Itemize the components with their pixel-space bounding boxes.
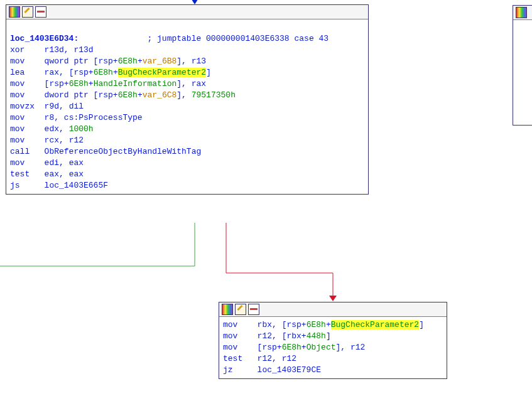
node-toolbar — [513, 6, 532, 20]
incoming-arrow-icon — [190, 0, 199, 4]
asm-line[interactable]: js loc_1403E665F — [10, 180, 364, 191]
asm-line[interactable]: mov dword ptr [rsp+6E8h+var_6C8], 795173… — [10, 90, 364, 101]
chart-toolbar-icon[interactable] — [248, 304, 259, 315]
edit-toolbar-icon[interactable] — [22, 6, 33, 18]
block-label-line: loc_1403E6D34: ; jumptable 000000001403E… — [10, 33, 364, 45]
graph-node-sub[interactable]: mov rbx, [rsp+6E8h+BugCheckParameter2]mo… — [219, 302, 447, 379]
edit-toolbar-icon[interactable] — [235, 304, 246, 315]
graph-node-right-partial[interactable] — [513, 5, 532, 126]
asm-line[interactable]: call ObReferenceObjectByHandleWithTag — [10, 146, 364, 158]
color-toolbar-icon[interactable] — [9, 6, 20, 18]
asm-line[interactable]: jz loc_1403E79CE — [223, 365, 443, 376]
true-edge-arrow-icon — [329, 296, 337, 301]
graph-node-main[interactable]: loc_1403E6D34: ; jumptable 000000001403E… — [6, 4, 369, 195]
asm-line[interactable]: mov edi, eax — [10, 158, 364, 169]
asm-line[interactable]: mov [rsp+6E8h+HandleInformation], rax — [10, 78, 364, 90]
asm-line[interactable]: mov rcx, r12 — [10, 135, 364, 146]
color-toolbar-icon[interactable] — [222, 304, 233, 315]
asm-line[interactable]: mov rbx, [rsp+6E8h+BugCheckParameter2] — [223, 319, 443, 331]
asm-line[interactable]: mov [rsp+6E8h+Object], r12 — [223, 342, 443, 353]
asm-line[interactable]: xor r13d, r13d — [10, 45, 364, 56]
asm-line[interactable]: mov qword ptr [rsp+6E8h+var_6B8], r13 — [10, 56, 364, 67]
node-body: loc_1403E6D34: ; jumptable 000000001403E… — [6, 19, 368, 194]
asm-line[interactable]: movzx r9d, dil — [10, 101, 364, 112]
node-toolbar — [6, 5, 368, 19]
asm-line[interactable]: lea rax, [rsp+6E8h+BugCheckParameter2] — [10, 67, 364, 78]
asm-line[interactable]: test r12, r12 — [223, 353, 443, 365]
asm-line[interactable]: mov r12, [rbx+448h] — [223, 331, 443, 342]
asm-line[interactable]: mov r8, cs:PsProcessType — [10, 112, 364, 124]
asm-line[interactable]: test eax, eax — [10, 169, 364, 180]
asm-line[interactable]: mov edx, 1000h — [10, 124, 364, 135]
chart-toolbar-icon[interactable] — [35, 6, 46, 18]
node-toolbar — [219, 302, 447, 317]
node-body: mov rbx, [rsp+6E8h+BugCheckParameter2]mo… — [219, 317, 447, 378]
color-toolbar-icon[interactable] — [516, 7, 527, 18]
